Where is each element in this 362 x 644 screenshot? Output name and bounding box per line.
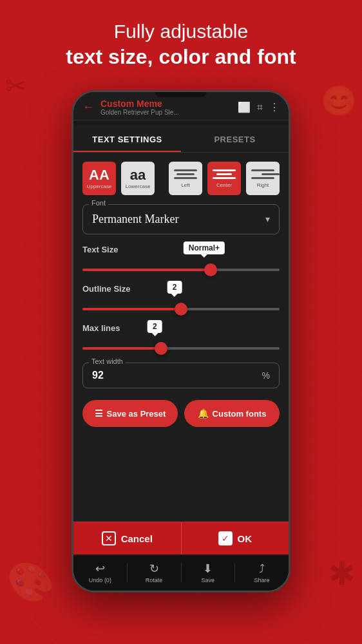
headline-line1: Fully adjustable	[26, 21, 336, 43]
text-size-label: Text Size	[82, 245, 280, 254]
bottom-nav: ↩ Undo (0) ↻ Rotate ⬇ Save ⤴ Share	[73, 554, 289, 591]
max-lines-track: 2	[82, 347, 280, 350]
headline-line2: text size, color and font	[26, 45, 336, 69]
save-icon: ⬇	[203, 562, 213, 576]
bottom-action-buttons: ☰ Save as Preset 🔔 Custom fonts	[82, 400, 280, 427]
right-label: Right	[257, 182, 269, 188]
text-size-slider-container: Normal+	[82, 263, 280, 276]
center-line-3	[213, 177, 236, 179]
align-line-1	[174, 169, 197, 171]
uppercase-button[interactable]: AA Uppercase	[82, 162, 116, 195]
nav-item-share[interactable]: ⤴ Share	[235, 562, 289, 583]
cancel-button[interactable]: ✕ Cancel	[73, 522, 182, 554]
left-label: Left	[181, 182, 189, 188]
nav-item-rotate[interactable]: ↻ Rotate	[128, 562, 181, 583]
custom-fonts-label: Custom fonts	[213, 409, 267, 419]
chevron-down-icon: ▾	[265, 214, 270, 225]
text-size-row: Text Size Normal+	[82, 245, 280, 276]
outline-size-fill	[82, 308, 181, 310]
share-icon: ⤴	[259, 562, 265, 576]
align-line-2	[176, 173, 195, 175]
rotate-icon: ↻	[149, 562, 159, 576]
center-label: Center	[216, 182, 232, 188]
text-width-wrap: Text width 92 %	[82, 363, 280, 388]
text-width-value[interactable]: 92	[92, 370, 258, 381]
ok-icon: ✓	[218, 531, 233, 545]
headline: Fully adjustable text size, color and fo…	[0, 0, 362, 82]
lowercase-letter: aa	[130, 168, 146, 182]
main-panel: TEXT SETTINGS PRESETS AA Uppercase aa Lo…	[73, 126, 289, 591]
app-subtitle: Golden Retriever Pup Sle...	[100, 109, 238, 116]
deco-icon-bottom-right: ✱	[329, 555, 356, 592]
font-selector[interactable]: Permanent Marker ▾	[82, 204, 280, 234]
outline-size-thumb[interactable]: 2	[175, 303, 187, 316]
rotate-label: Rotate	[146, 577, 163, 583]
back-icon[interactable]: ←	[82, 100, 94, 114]
cancel-icon: ✕	[102, 531, 116, 545]
nav-item-save[interactable]: ⬇ Save	[182, 562, 235, 583]
frame-icon[interactable]: ⬜	[238, 101, 251, 113]
share-label: Share	[254, 577, 270, 583]
right-line-2	[262, 173, 280, 175]
action-bar: ✕ Cancel ✓ OK	[73, 522, 289, 554]
undo-label: Undo (0)	[89, 577, 111, 583]
top-icons: ⬜ ⌗ ⋮	[238, 101, 280, 113]
title-area: Custom Meme Golden Retriever Pup Sle...	[100, 99, 238, 116]
align-right-button[interactable]: Right	[246, 162, 280, 195]
uppercase-letter: AA	[89, 168, 110, 182]
right-line-1	[251, 169, 274, 171]
app-title: Custom Meme	[100, 99, 238, 109]
text-width-label: Text width	[89, 357, 126, 365]
lowercase-button[interactable]: aa Lowercase	[121, 162, 155, 195]
align-left-button[interactable]: Left	[169, 162, 202, 195]
max-lines-fill	[82, 347, 161, 350]
more-icon[interactable]: ⋮	[269, 101, 280, 113]
outline-size-slider-container: 2	[82, 303, 280, 316]
tab-text-settings[interactable]: TEXT SETTINGS	[73, 126, 181, 152]
max-lines-tooltip: 2	[148, 320, 162, 333]
deco-icon-top-right: 😊	[321, 84, 357, 118]
tabs-bar: TEXT SETTINGS PRESETS	[73, 126, 289, 153]
text-size-thumb[interactable]: Normal+	[204, 263, 217, 276]
outline-size-tooltip: 2	[167, 281, 182, 294]
max-lines-slider-container: 2	[82, 342, 280, 355]
max-lines-label: Max lines	[82, 323, 280, 333]
align-center-button[interactable]: Center	[207, 162, 241, 195]
cancel-label: Cancel	[121, 533, 153, 544]
phone-mockup: ← Custom Meme Golden Retriever Pup Sle..…	[71, 90, 291, 592]
nav-item-undo[interactable]: ↩ Undo (0)	[73, 562, 127, 583]
font-label: Font	[89, 199, 108, 207]
font-value: Permanent Marker	[92, 213, 178, 226]
format-buttons-row: AA Uppercase aa Lowercase Left	[82, 162, 280, 195]
save-preset-icon: ☰	[95, 408, 103, 419]
outline-size-track: 2	[82, 308, 280, 310]
phone-notch	[155, 92, 207, 97]
tab-presets[interactable]: PRESETS	[181, 126, 289, 152]
crop-icon[interactable]: ⌗	[257, 102, 263, 113]
align-line-3	[174, 177, 197, 179]
custom-fonts-icon: 🔔	[198, 408, 209, 419]
save-preset-button[interactable]: ☰ Save as Preset	[82, 400, 178, 427]
undo-icon: ↩	[95, 562, 105, 576]
max-lines-thumb[interactable]: 2	[155, 342, 167, 355]
deco-icon-bottom-left: 🎨	[6, 560, 55, 605]
panel-content: AA Uppercase aa Lowercase Left	[73, 153, 289, 445]
uppercase-label: Uppercase	[87, 184, 112, 189]
lowercase-label: Lowercase	[126, 184, 151, 189]
custom-fonts-button[interactable]: 🔔 Custom fonts	[184, 400, 280, 427]
center-line-2	[216, 173, 232, 175]
outline-size-row: Outline Size 2	[82, 284, 280, 316]
save-preset-label: Save as Preset	[107, 409, 166, 419]
text-size-tooltip: Normal+	[184, 242, 225, 254]
font-selector-wrap: Font Permanent Marker ▾	[82, 204, 280, 234]
save-label: Save	[202, 577, 215, 583]
center-line-1	[213, 169, 236, 171]
text-size-fill	[82, 269, 211, 271]
ok-label: OK	[238, 533, 252, 544]
text-width-box: 92 %	[82, 363, 280, 388]
ok-button[interactable]: ✓ OK	[182, 522, 289, 554]
text-size-track: Normal+	[82, 269, 280, 271]
text-width-unit: %	[262, 370, 270, 381]
max-lines-row: Max lines 2	[82, 323, 280, 355]
right-line-3	[251, 177, 274, 179]
